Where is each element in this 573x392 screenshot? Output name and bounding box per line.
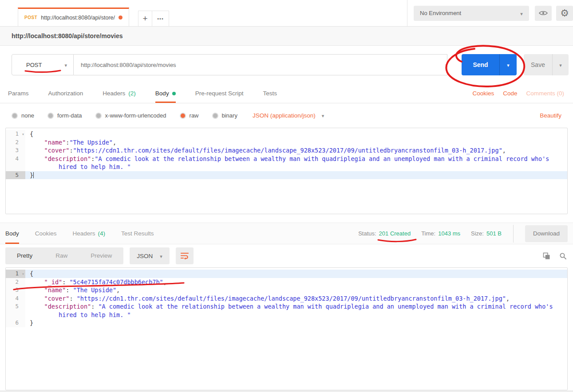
size-value: 501 B [486,230,502,237]
code-line[interactable]: 4 "description":"A comedic look at the r… [6,155,567,163]
more-tabs-button[interactable]: ••• [152,11,169,26]
tab-params[interactable]: Params [8,84,29,103]
code-link[interactable]: Code [503,90,517,97]
view-raw-button[interactable]: Raw [44,247,79,264]
tab-actions: + ••• [138,11,169,26]
radio-icon [212,113,218,119]
radio-icon [95,113,102,119]
code-line-content: hired to help him. " [25,311,567,319]
body-set-dot-icon [172,92,176,95]
search-icon [559,252,567,260]
chevron-down-icon [160,253,162,259]
method-select[interactable]: POST [12,54,74,75]
wrap-lines-button[interactable] [176,247,194,264]
code-line-content: "cover": "https://cdn1.thr.com/sites/def… [25,294,567,303]
environment-quick-look-button[interactable] [535,6,552,21]
view-preview-button[interactable]: Preview [79,247,123,264]
cookies-link[interactable]: Cookies [472,90,494,97]
tab-test-results[interactable]: Test Results [121,223,154,244]
gear-icon [560,8,569,18]
body-type-raw[interactable]: raw [180,112,199,119]
line-number: 5 [6,302,25,311]
code-line[interactable]: 2 "_id": "5c4e715fa74c07dbbb6ecb7b", [6,278,567,286]
save-options-button[interactable] [552,54,569,75]
body-type-binary[interactable]: binary [212,112,237,119]
send-button[interactable]: Send [462,54,499,75]
code-line[interactable]: 5 "description": "A comedic look at the … [6,302,567,311]
body-type-form-data[interactable]: form-data [47,112,82,119]
chevron-down-icon [64,61,67,69]
tab-authorization[interactable]: Authorization [48,84,83,103]
line-number: 4 [6,155,25,163]
request-tab[interactable]: POST http://localhost:8080/api/store/ [18,8,129,26]
postman-app: POST http://localhost:8080/api/store/ + … [0,0,573,392]
tab-response-cookies[interactable]: Cookies [35,223,57,244]
body-type-row: none form-data x-www-form-urlencoded raw… [0,103,573,128]
copy-icon [543,252,550,260]
code-line[interactable]: 4 "cover": "https://cdn1.thr.com/sites/d… [6,294,567,303]
eye-icon [539,10,548,16]
line-number: 1 [6,270,25,278]
tab-body[interactable]: Body [155,84,176,103]
fold-caret-icon[interactable] [22,270,24,278]
download-button[interactable]: Download [525,225,568,242]
code-line[interactable]: hired to help him. " [6,311,567,319]
body-type-urlencoded[interactable]: x-www-form-urlencoded [95,112,166,119]
settings-button[interactable] [556,6,573,21]
size-label: Size: [471,230,484,237]
tab-headers[interactable]: Headers (2) [103,84,136,103]
code-line[interactable]: 2 "name":"The Upside", [6,138,567,147]
code-line[interactable]: 1{ [6,130,567,138]
body-type-binary-label: binary [222,112,237,119]
radio-selected-icon [180,113,186,119]
code-line[interactable]: 1{ [6,270,567,278]
content-type-select[interactable]: JSON (application/json) [253,112,324,119]
body-type-raw-label: raw [190,112,199,119]
view-pretty-button[interactable]: Pretty [5,247,44,264]
environment-select[interactable]: No Environment [414,6,529,21]
comments-link[interactable]: Comments (0) [526,90,564,97]
chevron-down-icon [322,112,324,119]
url-input[interactable]: http://localhost:8080/api/store/movies [74,54,447,75]
response-body-editor[interactable]: 1{2 "_id": "5c4e715fa74c07dbbb6ecb7b",3 … [5,267,568,390]
code-line[interactable]: 3 "cover":"https://cdn1.thr.com/sites/de… [6,146,567,155]
line-number: 2 [6,138,25,147]
radio-icon [47,113,54,119]
environment-label: No Environment [420,10,461,16]
response-format-select[interactable]: JSON [130,247,170,264]
code-line[interactable]: 6} [6,319,567,327]
save-button[interactable]: Save [524,54,552,75]
code-line[interactable]: hired to help him. " [6,163,567,171]
tab-tests[interactable]: Tests [263,84,277,103]
new-tab-button[interactable]: + [138,11,152,26]
status-value: 201 Created [379,230,411,237]
chevron-down-icon [507,62,510,68]
line-number: 3 [6,146,25,155]
tab-response-body[interactable]: Body [5,223,19,244]
request-tabs: Params Authorization Headers (2) Body Pr… [0,84,573,103]
time-value: 1043 ms [438,230,460,237]
size-badge: Size: 501 B [471,230,502,237]
time-label: Time: [421,230,435,237]
code-line[interactable]: 3 "name": "The Upside", [6,286,567,294]
beautify-link[interactable]: Beautify [540,112,561,119]
code-line-content: "description": "A comedic look at the re… [25,302,567,311]
search-button[interactable] [559,252,567,260]
response-toolbar: Pretty Raw Preview JSON [0,244,573,267]
tab-response-headers[interactable]: Headers (4) [73,223,106,244]
copy-button[interactable] [543,252,550,260]
content-type-label: JSON (application/json) [253,112,316,119]
code-line[interactable]: 5} [6,171,567,180]
code-line-content: "name": "The Upside", [25,286,567,294]
line-number: 4 [6,294,25,303]
response-header: Body Cookies Headers (4) Test Results St… [0,223,573,244]
body-type-urlencoded-label: x-www-form-urlencoded [105,112,166,119]
body-type-none[interactable]: none [12,112,34,119]
request-builder: POST http://localhost:8080/api/store/mov… [0,46,573,84]
request-body-editor[interactable]: 1{2 "name":"The Upside",3 "cover":"https… [5,128,568,214]
tab-pre-request-script[interactable]: Pre-request Script [195,84,244,103]
line-number: 2 [6,278,25,286]
send-options-button[interactable] [499,54,517,75]
response-view-toggle: Pretty Raw Preview [5,247,123,264]
fold-caret-icon[interactable] [22,130,24,139]
